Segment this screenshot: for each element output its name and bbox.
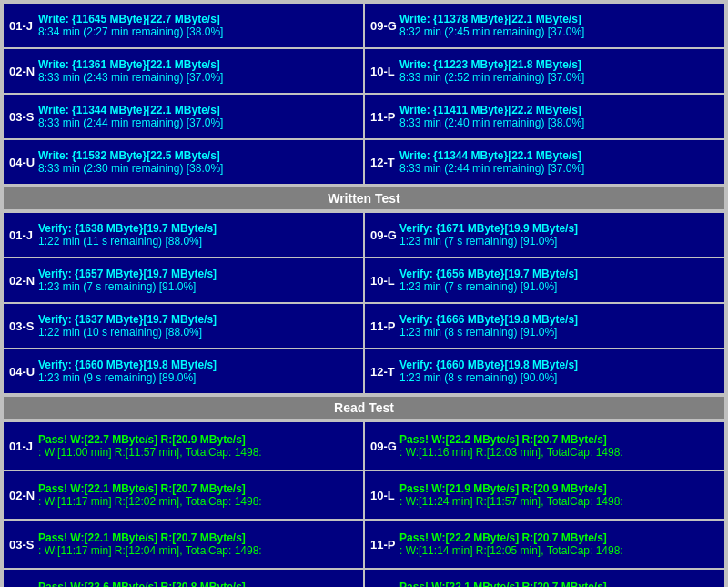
- drive-id: 01-J: [9, 440, 38, 453]
- drive-id: 04-U: [9, 156, 38, 169]
- drive-id: 01-J: [9, 19, 38, 33]
- cell-line2: 8:33 min (2:44 min remaining) [37.0%]: [399, 162, 719, 175]
- drive-cell: 10-LWrite: {11223 MByte}[21.8 MByte/s]8:…: [365, 49, 724, 93]
- pass-section: 01-JPass! W:[22.7 MByte/s] R:[20.9 MByte…: [4, 422, 724, 587]
- cell-line2: 1:22 min (11 s remaining) [88.0%]: [38, 235, 358, 248]
- drive-cell: 09-GWrite: {11378 MByte}[22.1 MByte/s]8:…: [365, 4, 724, 47]
- drive-cell: 11-PWrite: {11411 MByte}[22.2 MByte/s]8:…: [365, 95, 724, 138]
- drive-id: 09-G: [370, 228, 399, 242]
- cell-line1: Verify: {1638 MByte}[19.7 MByte/s]: [38, 222, 358, 235]
- cell-line1: Verify: {1656 MByte}[19.7 MByte/s]: [399, 268, 719, 280]
- pass-grid: 01-JPass! W:[22.7 MByte/s] R:[20.9 MByte…: [4, 422, 724, 587]
- cell-line2: 8:33 min (2:30 min remaining) [38.0%]: [38, 162, 358, 175]
- cell-line1: Pass! W:[22.1 MByte/s] R:[20.7 MByte/s]: [38, 482, 358, 495]
- written-test-header: Written Test: [4, 187, 724, 209]
- write-grid: 01-JWrite: {11645 MByte}[22.7 MByte/s]8:…: [4, 4, 724, 184]
- cell-line1: Write: {11361 MByte}[22.1 MByte/s]: [38, 58, 358, 71]
- cell-line1: Pass! W:[21.9 MByte/s] R:[20.9 MByte/s]: [399, 482, 719, 495]
- drive-id: 10-L: [370, 274, 399, 288]
- cell-line1: Pass! W:[22.7 MByte/s] R:[20.9 MByte/s]: [38, 433, 358, 446]
- cell-line1: Pass! W:[22.1 MByte/s] R:[20.7 MByte/s]: [399, 581, 719, 587]
- cell-line1: Write: {11645 MByte}[22.7 MByte/s]: [38, 13, 358, 25]
- cell-line2: 1:23 min (7 s remaining) [91.0%]: [399, 235, 719, 248]
- drive-cell: 09-GPass! W:[22.2 MByte/s] R:[20.7 MByte…: [365, 422, 724, 470]
- cell-line2: : W:[11:24 min] R:[11:57 min], TotalCap:…: [399, 495, 719, 508]
- drive-id: 02-N: [9, 274, 38, 288]
- cell-line1: Write: {11223 MByte}[21.8 MByte/s]: [399, 58, 719, 71]
- drive-cell: 11-PPass! W:[22.2 MByte/s] R:[20.7 MByte…: [365, 521, 724, 568]
- cell-line2: : W:[11:14 min] R:[12:05 min], TotalCap:…: [399, 544, 719, 557]
- cell-line1: Write: {11344 MByte}[22.1 MByte/s]: [38, 104, 358, 116]
- cell-line2: 8:33 min (2:44 min remaining) [37.0%]: [38, 116, 358, 129]
- drive-cell: 12-TPass! W:[22.1 MByte/s] R:[20.7 MByte…: [365, 570, 724, 587]
- drive-id: 03-S: [9, 319, 38, 333]
- cell-line2: 8:34 min (2:27 min remaining) [38.0%]: [38, 25, 358, 38]
- cell-line2: 1:23 min (7 s remaining) [91.0%]: [399, 280, 719, 293]
- drive-id: 10-L: [370, 65, 399, 78]
- drive-id: 11-P: [370, 538, 399, 552]
- drive-cell: 02-NVerify: {1657 MByte}[19.7 MByte/s]1:…: [4, 258, 363, 302]
- drive-cell: 04-UVerify: {1660 MByte}[19.8 MByte/s]1:…: [4, 349, 363, 393]
- drive-id: 09-G: [370, 19, 399, 33]
- verify-section: 01-JVerify: {1638 MByte}[19.7 MByte/s]1:…: [4, 213, 724, 419]
- drive-cell: 12-TVerify: {1660 MByte}[19.8 MByte/s]1:…: [365, 349, 724, 393]
- drive-id: 02-N: [9, 489, 38, 502]
- drive-cell: 03-SVerify: {1637 MByte}[19.7 MByte/s]1:…: [4, 304, 363, 348]
- cell-line1: Write: {11411 MByte}[22.2 MByte/s]: [399, 104, 719, 116]
- write-section: 01-JWrite: {11645 MByte}[22.7 MByte/s]8:…: [4, 4, 724, 209]
- cell-line2: 1:22 min (10 s remaining) [88.0%]: [38, 326, 358, 339]
- cell-line2: 1:23 min (8 s remaining) [91.0%]: [399, 326, 719, 339]
- cell-line1: Verify: {1666 MByte}[19.8 MByte/s]: [399, 313, 719, 326]
- drive-cell: 04-UWrite: {11582 MByte}[22.5 MByte/s]8:…: [4, 140, 363, 184]
- cell-line2: 8:33 min (2:43 min remaining) [37.0%]: [38, 71, 358, 84]
- drive-cell: 04-UPass! W:[22.6 MByte/s] R:[20.8 MByte…: [4, 570, 363, 587]
- drive-id: 10-L: [370, 489, 399, 502]
- cell-line1: Pass! W:[22.1 MByte/s] R:[20.7 MByte/s]: [38, 531, 358, 544]
- drive-cell: 03-SPass! W:[22.1 MByte/s] R:[20.7 MByte…: [4, 521, 363, 568]
- cell-line1: Pass! W:[22.6 MByte/s] R:[20.8 MByte/s]: [38, 581, 358, 587]
- drive-id: 04-U: [9, 365, 38, 379]
- drive-cell: 01-JWrite: {11645 MByte}[22.7 MByte/s]8:…: [4, 4, 363, 47]
- cell-line2: : W:[11:00 min] R:[11:57 min], TotalCap:…: [38, 446, 358, 459]
- cell-line1: Write: {11378 MByte}[22.1 MByte/s]: [399, 13, 719, 25]
- drive-cell: 10-LVerify: {1656 MByte}[19.7 MByte/s]1:…: [365, 258, 724, 302]
- drive-id: 03-S: [9, 110, 38, 124]
- drive-cell: 02-NWrite: {11361 MByte}[22.1 MByte/s]8:…: [4, 49, 363, 93]
- drive-id: 01-J: [9, 228, 38, 242]
- cell-line2: 8:32 min (2:45 min remaining) [37.0%]: [399, 25, 719, 38]
- cell-line1: Pass! W:[22.2 MByte/s] R:[20.7 MByte/s]: [399, 531, 719, 544]
- drive-id: 02-N: [9, 65, 38, 78]
- drive-cell: 09-GVerify: {1671 MByte}[19.9 MByte/s]1:…: [365, 213, 724, 257]
- cell-line2: 1:23 min (9 s remaining) [89.0%]: [38, 371, 358, 384]
- cell-line2: 1:23 min (8 s remaining) [90.0%]: [399, 371, 719, 384]
- cell-line2: : W:[11:17 min] R:[12:02 min], TotalCap:…: [38, 495, 358, 508]
- main-container: 01-JWrite: {11645 MByte}[22.7 MByte/s]8:…: [0, 0, 728, 587]
- cell-line1: Verify: {1660 MByte}[19.8 MByte/s]: [399, 359, 719, 371]
- drive-cell: 11-PVerify: {1666 MByte}[19.8 MByte/s]1:…: [365, 304, 724, 348]
- cell-line1: Verify: {1657 MByte}[19.7 MByte/s]: [38, 268, 358, 280]
- drive-cell: 01-JVerify: {1638 MByte}[19.7 MByte/s]1:…: [4, 213, 363, 257]
- cell-line1: Write: {11344 MByte}[22.1 MByte/s]: [399, 149, 719, 162]
- drive-id: 03-S: [9, 538, 38, 552]
- drive-cell: 03-SWrite: {11344 MByte}[22.1 MByte/s]8:…: [4, 95, 363, 138]
- drive-cell: 10-LPass! W:[21.9 MByte/s] R:[20.9 MByte…: [365, 471, 724, 519]
- cell-line1: Pass! W:[22.2 MByte/s] R:[20.7 MByte/s]: [399, 433, 719, 446]
- drive-id: 12-T: [370, 365, 399, 379]
- cell-line2: 8:33 min (2:40 min remaining) [38.0%]: [399, 116, 719, 129]
- cell-line2: : W:[11:17 min] R:[12:04 min], TotalCap:…: [38, 544, 358, 557]
- drive-id: 09-G: [370, 440, 399, 453]
- cell-line2: : W:[11:16 min] R:[12:03 min], TotalCap:…: [399, 446, 719, 459]
- cell-line2: 1:23 min (7 s remaining) [91.0%]: [38, 280, 358, 293]
- cell-line1: Write: {11582 MByte}[22.5 MByte/s]: [38, 149, 358, 162]
- verify-grid: 01-JVerify: {1638 MByte}[19.7 MByte/s]1:…: [4, 213, 724, 393]
- cell-line1: Verify: {1671 MByte}[19.9 MByte/s]: [399, 222, 719, 235]
- drive-cell: 01-JPass! W:[22.7 MByte/s] R:[20.9 MByte…: [4, 422, 363, 470]
- drive-cell: 12-TWrite: {11344 MByte}[22.1 MByte/s]8:…: [365, 140, 724, 184]
- drive-id: 11-P: [370, 319, 399, 333]
- cell-line1: Verify: {1660 MByte}[19.8 MByte/s]: [38, 359, 358, 371]
- cell-line1: Verify: {1637 MByte}[19.7 MByte/s]: [38, 313, 358, 326]
- drive-id: 11-P: [370, 110, 399, 124]
- drive-id: 12-T: [370, 156, 399, 169]
- read-test-header: Read Test: [4, 397, 724, 419]
- drive-cell: 02-NPass! W:[22.1 MByte/s] R:[20.7 MByte…: [4, 471, 363, 519]
